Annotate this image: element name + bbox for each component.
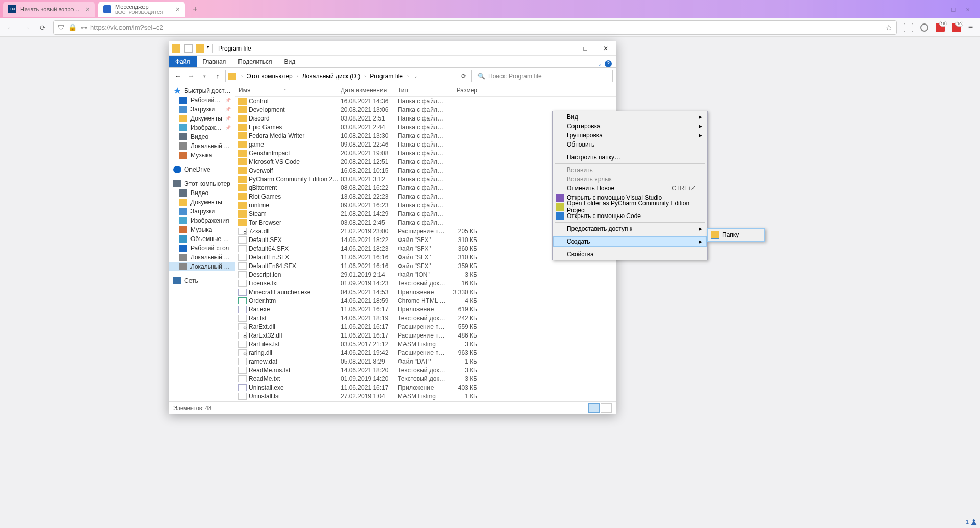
qat-item[interactable] [196,44,204,53]
ctx-view[interactable]: Вид▶ [554,112,706,122]
nav-up-button[interactable]: ↑ [212,70,223,82]
sidebar-images2[interactable]: Изображения [169,216,235,225]
file-row[interactable]: Descript.ion29.01.2019 2:14Файл "ION"3 К… [235,270,616,279]
file-row[interactable]: License.txt01.09.2019 14:23Текстовый док… [235,279,616,287]
qat-item[interactable] [184,44,193,53]
ctx-open-code[interactable]: Открыть с помощью Code [554,211,706,221]
chevron-right-icon[interactable]: › [295,74,300,79]
sidebar-desktop[interactable]: Рабочий стол [169,95,235,105]
sidebar-images[interactable]: Изображения [169,123,235,132]
nav-recent-button[interactable]: ▾ [199,70,210,82]
sidebar-local-c[interactable]: Локальный диск (C [169,253,235,262]
ctx-create-folder[interactable]: Папку [709,230,763,240]
sidebar-3d[interactable]: Объемные объекты [169,234,235,244]
permissions-icon[interactable]: ⊶ [81,23,87,31]
ublock-icon[interactable]: 16 [936,23,945,32]
chevron-down-icon[interactable]: ⌄ [412,74,420,79]
sidebar-documents[interactable]: Документы [169,114,235,123]
sidebar-network[interactable]: Сеть [169,276,235,285]
breadcrumb-bar[interactable]: › Этот компьютер › Локальный диск (D:) ›… [225,70,472,82]
ribbon-tab-home[interactable]: Главная [197,56,232,67]
breadcrumb-item[interactable]: Program file [369,73,404,80]
file-row[interactable]: Control16.08.2021 14:36Папка с файлами [235,97,616,105]
col-type[interactable]: Тип [398,87,446,94]
ribbon-help[interactable]: ⌄? [593,60,616,67]
file-row[interactable]: Uninstall.exe11.06.2021 16:17Приложение4… [235,383,616,392]
sidebar-documents2[interactable]: Документы [169,198,235,207]
close-icon[interactable]: × [86,5,90,13]
file-row[interactable]: Rar.txt14.06.2021 18:19Текстовый докум…2… [235,314,616,322]
file-row[interactable]: ReadMe.rus.txt14.06.2021 18:20Текстовый … [235,366,616,374]
file-row[interactable]: MinecraftLauncher.exe04.05.2021 14:53При… [235,287,616,296]
ribbon-tab-share[interactable]: Поделиться [232,56,278,67]
ctx-properties[interactable]: Свойства [554,250,706,259]
shield-icon[interactable]: 🛡 [58,23,64,31]
maximize-icon[interactable]: □ [952,6,956,13]
minimize-button[interactable]: — [555,41,575,55]
search-input[interactable]: 🔍 Поиск: Program file [474,70,613,82]
file-row[interactable]: RarFiles.lst03.05.2017 21:12MASM Listing… [235,340,616,348]
sidebar-music[interactable]: Музыка [169,151,235,160]
sidebar-music2[interactable]: Музыка [169,225,235,234]
ctx-sort[interactable]: Сортировка▶ [554,122,706,131]
ctx-open-pycharm[interactable]: Open Folder as PyCharm Community Edition… [554,202,706,211]
sidebar-quick-access[interactable]: Быстрый доступ [169,86,235,95]
view-icons-button[interactable] [601,403,612,413]
close-icon[interactable]: × [176,5,180,13]
new-tab-button[interactable]: + [188,5,202,14]
menu-button[interactable]: ≡ [968,23,973,32]
chevron-right-icon[interactable]: › [362,74,368,79]
sidebar-downloads2[interactable]: Загрузки [169,207,235,216]
ctx-create[interactable]: Создать▶ [554,237,706,246]
file-row[interactable]: DefaultEn64.SFX11.06.2021 16:16Файл "SFX… [235,261,616,270]
nav-back-button[interactable]: ← [172,70,183,82]
file-row[interactable]: UnRAR.exe11.06.2021 16:17Приложение413 К… [235,400,616,401]
sidebar-onedrive[interactable]: OneDrive [169,165,235,174]
sidebar-thispc[interactable]: Этот компьютер [169,179,235,188]
ctx-customize[interactable]: Настроить папку… [554,153,706,162]
bookmark-star-icon[interactable]: ☆ [885,22,892,32]
ublock-icon-2[interactable]: 16 [952,23,961,32]
maximize-button[interactable]: □ [575,41,595,55]
pocket-icon[interactable] [904,23,913,32]
nav-forward-button[interactable]: → [185,70,197,82]
forward-button[interactable]: → [20,21,33,34]
help-icon[interactable]: ? [605,60,612,67]
col-size[interactable]: Размер [446,87,477,94]
view-details-button[interactable] [588,403,600,413]
file-row[interactable]: rarlng.dll14.06.2021 19:42Расширение при… [235,348,616,357]
chevron-right-icon[interactable]: › [239,74,245,79]
breadcrumb-item[interactable]: Локальный диск (D:) [301,73,362,80]
col-date[interactable]: Дата изменения [341,87,398,94]
sidebar-video[interactable]: Видео [169,132,235,141]
close-icon[interactable]: × [966,6,970,13]
col-name[interactable]: Имя ⌃ [238,87,341,94]
sidebar-downloads[interactable]: Загрузки [169,105,235,114]
close-button[interactable]: ✕ [595,41,616,55]
qat-dropdown-icon[interactable]: ▾ [207,44,209,53]
file-row[interactable]: Rar.exe11.06.2021 16:17Приложение619 КБ [235,305,616,314]
file-row[interactable]: rarnew.dat05.08.2021 8:29Файл "DAT"1 КБ [235,357,616,366]
breadcrumb-item[interactable]: Этот компьютер [246,73,294,80]
ctx-undo[interactable]: Отменить НовоеCTRL+Z [554,184,706,193]
file-row[interactable]: RarExt.dll11.06.2021 16:17Расширение при… [235,322,616,331]
chevron-right-icon[interactable]: › [405,74,411,79]
sidebar-desktop2[interactable]: Рабочий стол [169,244,235,253]
chevron-down-icon[interactable]: ⌄ [597,61,602,67]
ctx-group[interactable]: Группировка▶ [554,131,706,140]
file-row[interactable]: Order.htm14.06.2021 18:59Chrome HTML Do…… [235,296,616,305]
reload-button[interactable]: ⟳ [37,21,49,34]
file-row[interactable]: RarExt32.dll11.06.2021 16:17Расширение п… [235,331,616,340]
extension-icon[interactable] [920,23,928,32]
browser-tab-0[interactable]: TN Начать новый вопрос или об… × [3,2,95,17]
url-input[interactable]: 🛡 🔒 ⊶ https://vk.com/im?sel=c2 ☆ [53,20,897,35]
back-button[interactable]: ← [4,21,16,34]
sidebar-local-d[interactable]: Локальный диск (D [169,141,235,151]
sidebar-video2[interactable]: Видео [169,188,235,198]
ribbon-tab-view[interactable]: Вид [278,56,301,67]
ribbon-tab-file[interactable]: Файл [169,56,197,67]
ctx-refresh[interactable]: Обновить [554,140,706,149]
lock-icon[interactable]: 🔒 [68,23,77,31]
refresh-icon[interactable]: ⟳ [458,73,469,80]
file-row[interactable]: ReadMe.txt01.09.2019 14:20Текстовый доку… [235,374,616,383]
